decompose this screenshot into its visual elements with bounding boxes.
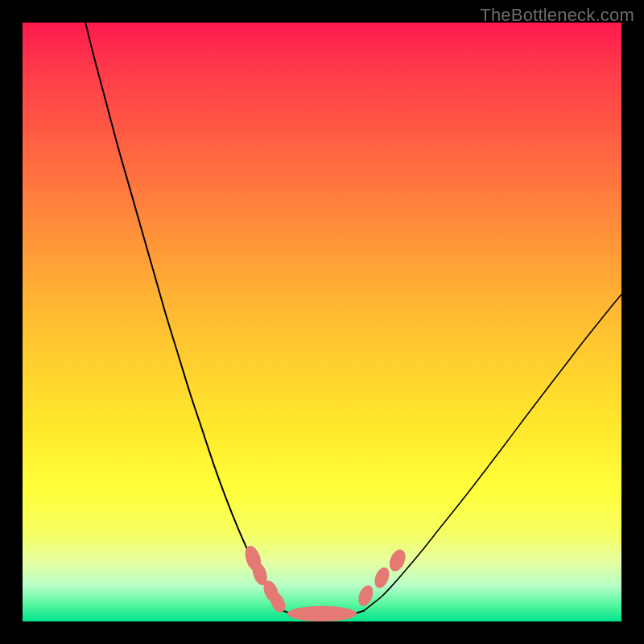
chart-frame: TheBottleneck.com [0, 0, 644, 644]
curve-marker [386, 547, 408, 574]
marker-group [242, 544, 408, 621]
chart-svg [23, 23, 621, 621]
chart-plot-area [23, 23, 621, 621]
curve-group [85, 23, 621, 617]
curve-marker [287, 606, 357, 621]
curve-marker [356, 584, 376, 609]
watermark-text: TheBottleneck.com [480, 5, 634, 26]
curve-left [85, 23, 283, 611]
curve-marker [372, 565, 392, 590]
